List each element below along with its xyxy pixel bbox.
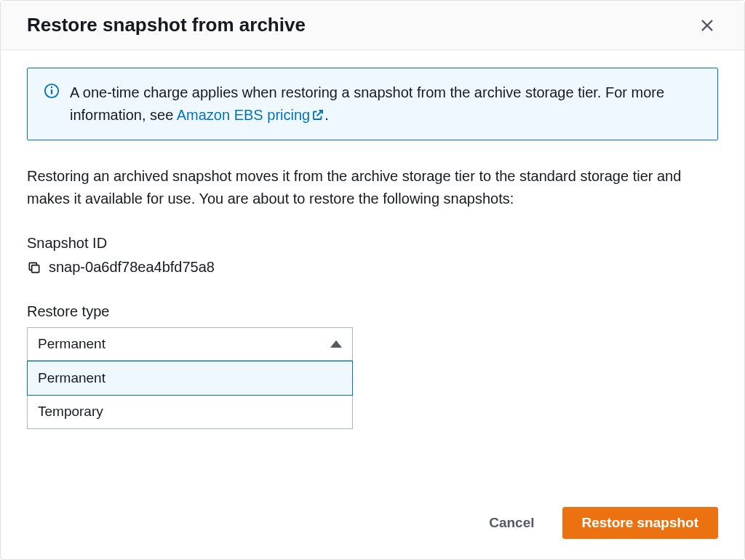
snapshot-id-label: Snapshot ID bbox=[27, 235, 718, 252]
restore-type-label: Restore type bbox=[27, 303, 718, 320]
external-link-icon bbox=[311, 108, 324, 121]
copy-icon[interactable] bbox=[27, 260, 41, 275]
restore-snapshot-button[interactable]: Restore snapshot bbox=[562, 507, 718, 539]
restore-type-option-permanent[interactable]: Permanent bbox=[27, 361, 353, 396]
modal-title: Restore snapshot from archive bbox=[27, 14, 306, 36]
info-icon bbox=[44, 83, 60, 99]
alert-text-before: A one-time charge applies when restoring… bbox=[70, 84, 664, 123]
svg-point-4 bbox=[51, 87, 52, 88]
restore-snapshot-modal: Restore snapshot from archive A one-time… bbox=[0, 0, 745, 560]
restore-type-select[interactable]: Permanent bbox=[27, 327, 353, 361]
caret-up-icon bbox=[330, 340, 342, 348]
restore-description: Restoring an archived snapshot moves it … bbox=[27, 165, 718, 210]
restore-type-select-wrapper: Permanent Permanent Temporary bbox=[27, 327, 353, 361]
restore-type-dropdown: Permanent Temporary bbox=[27, 361, 353, 429]
snapshot-id-row: snap-0a6df78ea4bfd75a8 bbox=[27, 259, 718, 276]
snapshot-id-value: snap-0a6df78ea4bfd75a8 bbox=[49, 259, 215, 276]
modal-body: A one-time charge applies when restoring… bbox=[1, 50, 744, 494]
restore-type-option-temporary[interactable]: Temporary bbox=[28, 395, 352, 428]
alert-text-after: . bbox=[324, 107, 329, 123]
close-button[interactable] bbox=[696, 15, 718, 36]
ebs-pricing-link-text: Amazon EBS pricing bbox=[177, 107, 310, 123]
close-icon bbox=[699, 17, 715, 33]
modal-header: Restore snapshot from archive bbox=[1, 1, 744, 50]
info-alert: A one-time charge applies when restoring… bbox=[27, 68, 718, 140]
ebs-pricing-link[interactable]: Amazon EBS pricing bbox=[177, 107, 324, 123]
info-alert-text: A one-time charge applies when restoring… bbox=[70, 81, 701, 127]
cancel-button[interactable]: Cancel bbox=[470, 508, 553, 538]
modal-footer: Cancel Restore snapshot bbox=[1, 494, 744, 559]
restore-type-selected-value: Permanent bbox=[38, 336, 105, 352]
svg-rect-5 bbox=[32, 265, 39, 272]
